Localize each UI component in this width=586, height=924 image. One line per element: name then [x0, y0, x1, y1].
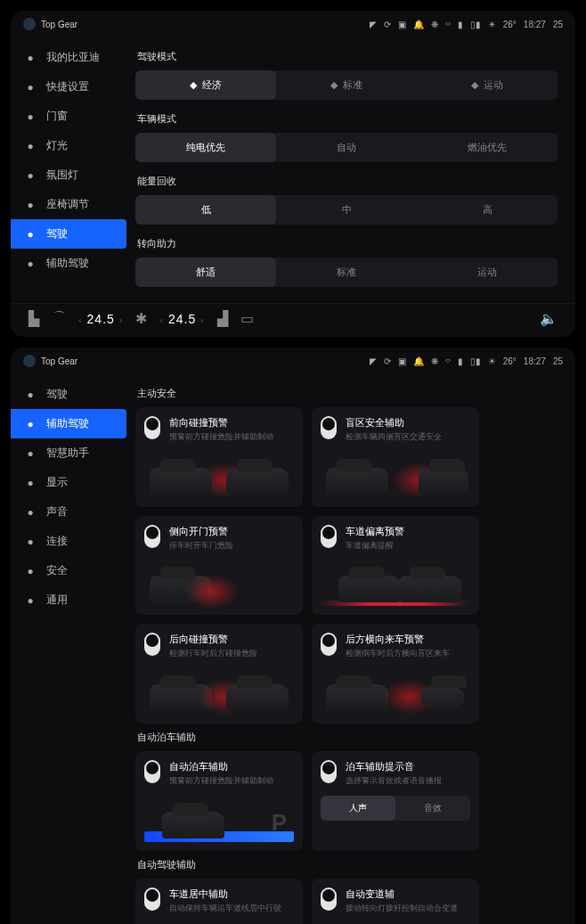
car-mode-icon[interactable]: ▭	[240, 310, 254, 327]
segment-option[interactable]: ◆运动	[417, 70, 558, 100]
segment-option[interactable]: 低	[135, 195, 276, 225]
card-subtitle: 停车时开车门危险	[169, 541, 294, 552]
feature-card: 后方横向来车预警检测倒车时后方横向盲区来车	[312, 624, 479, 724]
segment-option[interactable]: 燃油优先	[417, 133, 558, 162]
sidebar-item-ambient[interactable]: ●氛围灯	[11, 160, 126, 190]
sidebar-item-label: 连接	[46, 534, 68, 549]
sidebar-item-wheel[interactable]: ●驾驶	[11, 219, 126, 249]
climate-bar: ▙ ⌒ ‹ 24.5 › ✱ ‹ 24.5 › ▟ ▭ 🔈	[11, 303, 575, 328]
feature-card: 车道偏离预警车道偏离提醒	[312, 516, 479, 616]
segment-option[interactable]: 运动	[417, 258, 558, 287]
toggle-switch[interactable]	[144, 760, 160, 783]
segmented-control: 纯电优先自动燃油优先	[135, 133, 558, 162]
sidebar-item-label: 我的比亚迪	[46, 50, 100, 65]
avatar[interactable]	[23, 355, 36, 367]
section-label: 驾驶模式	[137, 50, 558, 63]
toggle-switch[interactable]	[144, 887, 160, 911]
card-title: 自动泊车辅助	[169, 760, 294, 773]
section-label: 主动安全	[137, 387, 558, 400]
card-illustration: P	[144, 792, 294, 842]
sidebar-item-car[interactable]: ●我的比亚迪	[11, 43, 126, 72]
content-area: 驾驶模式◆经济◆标准◆运动车辆模式纯电优先自动燃油优先能量回收低中高转向助力舒适…	[126, 37, 575, 299]
card-subtitle: 检测倒车时后方横向盲区来车	[346, 649, 470, 659]
toggle-switch[interactable]	[144, 633, 160, 656]
sidebar-item-light[interactable]: ●灯光	[11, 131, 126, 160]
sidebar-item-display[interactable]: ●显示	[11, 468, 126, 497]
adas-icon: ●	[23, 257, 37, 271]
volume-icon[interactable]: 🔈	[540, 310, 558, 327]
sync-icon: ⟳	[384, 20, 391, 29]
card-illustration	[144, 556, 294, 606]
card-illustration	[144, 448, 294, 498]
card-title: 自动变道辅	[346, 887, 470, 901]
sidebar-item-label: 安全	[46, 563, 68, 578]
feature-card: 自动变道辅拨动转向灯拨杆控制自动合变道	[312, 879, 479, 924]
signal-icon: ▯▮	[470, 20, 481, 29]
sidebar-item-settings-quick[interactable]: ●快捷设置	[11, 72, 126, 102]
card-subtitle: 检测车辆两侧盲区交通安全	[346, 432, 470, 443]
dashcam-icon: ▣	[398, 356, 406, 366]
segment-option[interactable]: 标准	[276, 258, 417, 287]
card-title: 车道偏离预警	[346, 525, 470, 538]
toggle-switch[interactable]	[321, 633, 337, 656]
feature-card: 后向碰撞预警检测行车时后方碰撞危险	[135, 624, 303, 724]
card-illustration	[321, 665, 470, 715]
sidebar-item-shield[interactable]: ●安全	[11, 556, 126, 585]
card-illustration	[321, 448, 470, 498]
segment-option[interactable]: 人声	[321, 796, 395, 821]
segment-option[interactable]: 自动	[276, 133, 417, 162]
location-icon: ◤	[370, 20, 377, 29]
toggle-switch[interactable]	[321, 760, 337, 783]
settings-quick-icon: ●	[23, 80, 37, 94]
sync-icon: ⟳	[384, 356, 391, 366]
segment-option[interactable]: 纯电优先	[135, 133, 276, 162]
car-icon: ●	[23, 51, 37, 65]
toggle-switch[interactable]	[144, 416, 160, 439]
sidebar-item-label: 声音	[46, 504, 68, 519]
avatar[interactable]	[23, 18, 36, 30]
fan-icon[interactable]: ✱	[135, 310, 147, 327]
sidebar-item-label: 门窗	[46, 109, 68, 124]
sidebar-item-sound[interactable]: ●声音	[11, 497, 126, 527]
segment-option[interactable]: ◆经济	[135, 70, 276, 100]
section-label: 转向助力	[137, 237, 558, 250]
status-bar: Top Gear ◤ ⟳ ▣ 🔔 ❋ ⌔ ▮ ▯▮ ☀ 26° 18:27 25	[11, 11, 575, 37]
sidebar-item-assistant[interactable]: ●智慧助手	[11, 438, 126, 468]
segment-option[interactable]: 音效	[395, 796, 470, 821]
toggle-switch[interactable]	[321, 416, 337, 439]
segment-option[interactable]: ◆标准	[276, 70, 417, 100]
temp-right[interactable]: ‹ 24.5 ›	[159, 312, 204, 326]
toggle-switch[interactable]	[321, 887, 337, 911]
bluetooth-icon: ❋	[431, 20, 438, 29]
segment-option[interactable]: 舒适	[135, 258, 276, 287]
sidebar-item-label: 显示	[46, 475, 68, 490]
sidebar-item-wheel[interactable]: ●驾驶	[11, 380, 126, 409]
segmented-control: ◆经济◆标准◆运动	[135, 70, 558, 100]
leaf-icon: ◆	[471, 79, 478, 91]
feature-card: 泊车辅助提示音选择警示音效或者语音播报人声音效	[312, 751, 479, 851]
sidebar-item-adas[interactable]: ●辅助驾驶	[11, 409, 126, 438]
segment-option[interactable]: 高	[417, 195, 558, 225]
sidebar-item-link[interactable]: ●连接	[11, 527, 126, 556]
temp-left[interactable]: ‹ 24.5 ›	[78, 312, 123, 326]
toggle-switch[interactable]	[321, 525, 337, 548]
card-illustration	[321, 919, 470, 924]
segment-option[interactable]: 中	[276, 195, 417, 225]
sidebar-item-window[interactable]: ●门窗	[11, 102, 126, 131]
bell-icon: 🔔	[413, 356, 424, 366]
toggle-switch[interactable]	[144, 525, 160, 548]
seat-right-icon[interactable]: ▟	[217, 310, 228, 327]
weather-icon: ☀	[488, 356, 496, 366]
card-title: 后向碰撞预警	[169, 633, 294, 646]
segmented-control: 人声音效	[321, 796, 470, 821]
sidebar-item-label: 座椅调节	[46, 197, 89, 212]
defrost-front-icon[interactable]: ⌒	[52, 309, 66, 328]
bluetooth-icon: ❋	[431, 356, 438, 366]
sidebar-item-seat[interactable]: ●座椅调节	[11, 190, 126, 219]
seat-left-icon[interactable]: ▙	[28, 310, 39, 327]
sidebar-item-adas[interactable]: ●辅助驾驶	[11, 249, 126, 278]
sidebar-item-sliders[interactable]: ●通用	[11, 585, 126, 615]
section-label: 自动泊车辅助	[137, 731, 558, 744]
adas-icon: ●	[23, 417, 37, 431]
clock: 18:27	[524, 20, 546, 29]
